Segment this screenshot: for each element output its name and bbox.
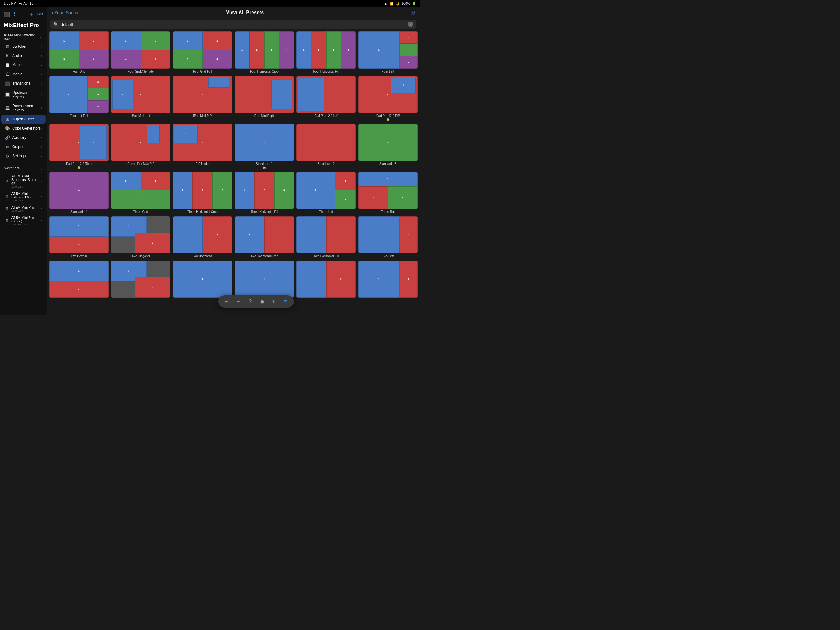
presets-row-2: 2 1iPad Pro 12.9 Right🔒 2 1iPhone Pro Ma… xyxy=(49,123,418,169)
help-button[interactable]: ? xyxy=(246,298,254,305)
sidebar-item-audio[interactable]: 🎚 Audio › xyxy=(1,51,46,60)
preset-item-iphone-pro-max-pip[interactable]: 2 1iPhone Pro Max PIP xyxy=(111,123,171,169)
switcher-item-s4[interactable]: 🖥 ATEM Mini Pro (Static) 192.168.1.100 › xyxy=(1,214,46,228)
preset-item-r6-5[interactable]: 1 2 xyxy=(297,261,356,299)
chevron-icon-supersource: › xyxy=(41,117,42,121)
back-button[interactable]: ‹ SuperSource xyxy=(52,10,79,15)
preset-item-standard-3[interactable]: 3Standard - 3 xyxy=(358,123,418,169)
preset-item-four-horiz-crop[interactable]: 1 2 3 4Four Horizontal Crop xyxy=(235,32,294,73)
sidebar-item-left-audio: 🎚 Audio xyxy=(5,54,22,58)
preset-thumbnail-iphone-pro-max-pip: 2 1 xyxy=(111,123,171,161)
preset-thumbnail-four-grid-alt: 1 3 4 2 xyxy=(111,32,171,69)
sidebar-item-color-generators[interactable]: 🎨 Color Generators › xyxy=(1,124,46,133)
sidebar-item-settings[interactable]: ⚙ Settings › xyxy=(1,152,46,161)
settings-toolbar-button[interactable]: ≡ xyxy=(282,298,289,305)
add-toolbar-button[interactable]: + xyxy=(270,298,277,305)
sidebar-item-media[interactable]: 🖼 Media › xyxy=(1,70,46,79)
preset-item-three-horiz-crop[interactable]: 1 2 3Three Horizontal Crop xyxy=(173,172,232,214)
grid-view-button[interactable]: ⊞ xyxy=(411,9,415,16)
preset-item-four-left-full[interactable]: 1 2 3 4Four Left Full xyxy=(49,76,109,122)
thumb-inner-r6-2: 1 2 xyxy=(111,261,171,298)
preset-item-ipad-pro-129-left[interactable]: 2 1iPad Pro 12.9 Left xyxy=(297,76,356,122)
preset-item-ipad-mini-pip[interactable]: 2 1iPad Mini PIP xyxy=(173,76,232,122)
preset-item-two-diagonal[interactable]: 1 2Two Diagonal xyxy=(111,216,171,258)
preset-item-four-left[interactable]: 1 2 3 4Four Left xyxy=(358,32,418,73)
switcher-item-s3[interactable]: 🖥 ATEM Mini Pro 10.0.1.50 › xyxy=(1,204,46,214)
preset-item-ipad-mini-right[interactable]: 2 1iPad Mini Right xyxy=(235,76,294,122)
sidebar-label-settings: Settings xyxy=(12,154,25,158)
edit-button[interactable]: Edit xyxy=(36,12,43,16)
sidebar-item-switcher[interactable]: 🖥 Switcher › xyxy=(1,42,46,51)
sidebar-item-auxiliary[interactable]: 🔗 Auxiliary › xyxy=(1,133,46,142)
sidebar-icon-output: 🖥 xyxy=(5,144,10,149)
preset-label-two-horiz-fill: Two Horizontal Fill xyxy=(314,255,339,258)
sidebar-item-upstream-keyers[interactable]: 🔲 Upstream Keyers › xyxy=(1,88,46,101)
switcher-item-s1[interactable]: 🖥 ATEM 4 M/E Broadcast Studio 4K 10.0.1.… xyxy=(1,173,46,190)
battery-label: 100% xyxy=(401,2,410,5)
preset-item-four-grid[interactable]: 1 2 3 4Four Grid xyxy=(49,32,109,73)
switcher-item-s2[interactable]: 🖥 ATEM Mini Extreme ISO 10.0.1.52 › xyxy=(1,190,46,204)
preset-item-two-left[interactable]: 1 2Two Left xyxy=(358,216,418,258)
add-button[interactable]: ＋ xyxy=(28,11,34,18)
preset-item-three-top[interactable]: 1 2 3Three Top xyxy=(358,172,418,214)
sidebar-toggle-icon[interactable]: ⬛ xyxy=(4,11,10,17)
switcher-info-s2: ATEM Mini Extreme ISO 10.0.1.52 xyxy=(11,192,41,202)
undo-button[interactable]: ↩ xyxy=(223,298,231,305)
switchers-section-header: Switchers ⌄ xyxy=(0,163,47,172)
preset-item-ipad-pro-129-right[interactable]: 2 1iPad Pro 12.9 Right🔒 xyxy=(49,123,109,169)
sidebar-item-macros[interactable]: 📋 Macros › xyxy=(1,60,46,70)
chevron-icon-downstream-keyers: › xyxy=(41,106,42,109)
preset-label-ipad-pro-129-left: iPad Pro 12.9 Left xyxy=(314,114,338,118)
preset-item-ipad-pro-129-pip[interactable]: 2 1iPad Pro 12.9 PIP🔒 xyxy=(358,76,418,122)
preset-thumbnail-r6-1: 1 2 xyxy=(49,261,109,298)
preset-item-r6-2[interactable]: 1 2 xyxy=(111,261,171,299)
preset-item-two-bottom[interactable]: 1 2Two Bottom xyxy=(49,216,109,258)
preset-item-three-horiz-fill[interactable]: 1 2 3Three Horizontal Fill xyxy=(235,172,294,214)
preset-label-two-horizontal: Two Horizontal xyxy=(192,255,212,258)
preset-label-three-horiz-fill: Three Horizontal Fill xyxy=(251,210,278,214)
record-button[interactable]: ◉ xyxy=(258,298,266,305)
date: Fri Apr 15 xyxy=(19,2,33,5)
preset-item-two-horiz-crop[interactable]: 1 2Two Horizontal Crop xyxy=(235,216,294,258)
preset-item-r6-3[interactable]: 1 xyxy=(173,261,232,299)
sidebar-item-left-supersource: ⊞ SuperSource xyxy=(5,117,34,122)
preset-item-two-horizontal[interactable]: 1 2Two Horizontal xyxy=(173,216,232,258)
device-collapse-icon[interactable]: ⌄ xyxy=(39,34,43,40)
preset-item-four-grid-alt[interactable]: 1 3 4 2Four Grid Alternate xyxy=(111,32,171,73)
preset-item-two-horiz-fill[interactable]: 1 2Two Horizontal Fill xyxy=(297,216,356,258)
chevron-icon-switcher: › xyxy=(41,45,42,48)
preset-label-four-grid: Four Grid xyxy=(72,70,85,73)
back-chevron-icon: ‹ xyxy=(52,10,53,15)
preset-item-four-grid-full[interactable]: 1 2 3 4Four Grid Full xyxy=(173,32,232,73)
sidebar-item-supersource[interactable]: ⊞ SuperSource › xyxy=(1,115,46,123)
back-toolbar-button[interactable]: ← xyxy=(235,298,242,305)
clock-icon[interactable]: ⏱ xyxy=(12,11,17,17)
switcher-chevron-s2: › xyxy=(41,195,42,198)
preset-thumbnail-four-horiz-fill: 1 2 3 4 xyxy=(297,32,356,69)
preset-label-ipad-mini-right: iPad Mini Right xyxy=(254,114,275,118)
preset-item-ipad-mini-left[interactable]: 2 1iPad Mini Left xyxy=(111,76,171,122)
preset-item-r6-1[interactable]: 1 2 xyxy=(49,261,109,299)
sidebar-item-output[interactable]: 🖥 Output › xyxy=(1,142,46,151)
switchers-collapse-icon[interactable]: ⌄ xyxy=(39,165,43,171)
switcher-icon-s4: 🖥 xyxy=(5,218,9,223)
switcher-name-s3: ATEM Mini Pro xyxy=(11,206,34,209)
preset-item-three-grid[interactable]: 1 2 3Three Grid xyxy=(111,172,171,214)
preset-item-three-left[interactable]: 1 2 3Three Left xyxy=(297,172,356,214)
sidebar-item-downstream-keyers[interactable]: 💻 Downstream Keyers › xyxy=(1,101,46,114)
preset-item-pip-under[interactable]: 2 1PIP Under xyxy=(173,123,232,169)
sidebar-item-left-auxiliary: 🔗 Auxiliary xyxy=(5,135,26,140)
lock-icon-standard-1: 🔒 xyxy=(262,166,266,169)
preset-item-standard-4[interactable]: 4Standard - 4 xyxy=(49,172,109,214)
preset-item-r6-4[interactable]: 1 xyxy=(235,261,294,299)
preset-thumbnail-two-horiz-crop: 1 2 xyxy=(235,216,294,253)
preset-item-standard-1[interactable]: 1Standard - 1🔒 xyxy=(235,123,294,169)
search-clear-button[interactable]: ✕ xyxy=(408,22,413,27)
preset-item-four-horiz-fill[interactable]: 1 2 3 4Four Horizontal Fill xyxy=(297,32,356,73)
search-input[interactable]: default xyxy=(61,22,405,27)
preset-item-r6-6[interactable]: 1 2 xyxy=(358,261,418,299)
sidebar-item-left-output: 🖥 Output xyxy=(5,144,24,149)
sidebar-item-transitions[interactable]: ⬛ Transitions › xyxy=(1,79,46,88)
preset-item-standard-2[interactable]: 2Standard - 2 xyxy=(297,123,356,169)
preset-thumbnail-r6-5: 1 2 xyxy=(297,261,356,298)
